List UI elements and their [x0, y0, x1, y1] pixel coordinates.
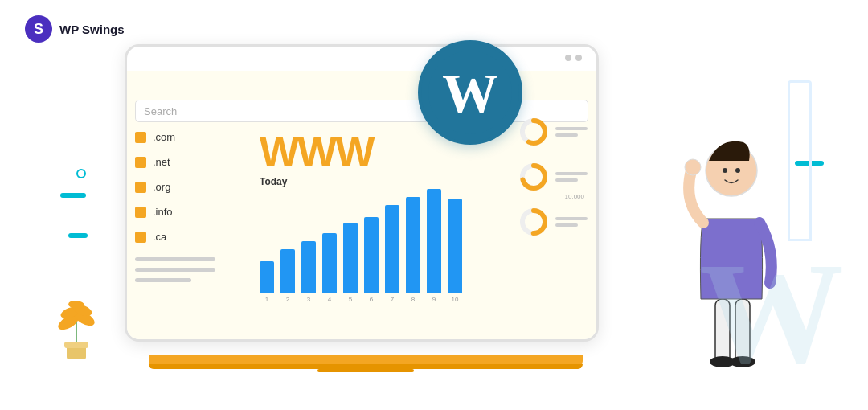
- donut-lines-1: [555, 127, 588, 137]
- svg-point-24: [723, 168, 727, 173]
- domain-icon-com: [135, 132, 146, 143]
- domain-item-org: .org: [135, 181, 252, 193]
- svg-point-25: [735, 168, 740, 173]
- dot-2: [575, 55, 582, 61]
- bar-3: 3: [301, 241, 316, 303]
- donut-3: [518, 207, 549, 237]
- bar-rect-9: [427, 189, 441, 293]
- dot-1: [565, 55, 571, 61]
- line-3: [135, 278, 191, 282]
- donut-charts: [518, 117, 588, 237]
- donut-row-1: [518, 117, 588, 147]
- domain-label-org: .org: [153, 181, 170, 193]
- bar-num-6: 6: [370, 296, 373, 303]
- donut-line-2b: [555, 178, 578, 182]
- donut-lines-2: [555, 172, 588, 182]
- domain-icon-ca: [135, 232, 146, 243]
- line-1: [135, 257, 215, 261]
- bar-num-1: 1: [265, 296, 268, 303]
- domain-label-com: .com: [153, 131, 175, 143]
- bar-num-2: 2: [286, 296, 289, 303]
- bar-num-10: 10: [452, 296, 459, 303]
- donut-line-1a: [555, 127, 588, 130]
- bar-num-8: 8: [411, 296, 415, 303]
- wp-logo-svg: W: [426, 48, 514, 137]
- laptop: Search .com .net .org .info: [125, 44, 607, 382]
- bar-1: 1: [260, 261, 274, 303]
- bar-rect-5: [343, 223, 358, 293]
- donut-line-2a: [555, 172, 588, 175]
- bar-num-3: 3: [307, 296, 310, 303]
- donut-lines-3: [555, 217, 588, 227]
- wp-watermark: W: [699, 241, 844, 386]
- donut-line-3b: [555, 223, 578, 227]
- bar-rect-6: [364, 217, 379, 293]
- svg-text:W: W: [442, 63, 498, 125]
- svg-rect-3: [64, 342, 88, 348]
- bar-9: 9: [427, 189, 441, 303]
- bar-num-5: 5: [349, 296, 352, 303]
- header: S WP Swings: [24, 14, 125, 43]
- bar-5: 5: [343, 223, 358, 303]
- bar-num-7: 7: [391, 296, 394, 303]
- bar-rect-4: [322, 233, 337, 293]
- domain-item-com: .com: [135, 131, 252, 143]
- bar-4: 4: [322, 233, 337, 303]
- search-placeholder: Search: [144, 105, 177, 117]
- domain-extra-lines: [135, 257, 252, 282]
- donut-1: [518, 117, 549, 147]
- svg-text:S: S: [34, 21, 43, 37]
- bar-rect-8: [406, 197, 420, 293]
- domain-icon-net: [135, 157, 146, 168]
- bar-rect-2: [280, 249, 295, 293]
- domain-label-info: .info: [153, 206, 173, 218]
- bar-6: 6: [364, 217, 379, 303]
- logo-text: WP Swings: [59, 23, 125, 36]
- door-decoration: [788, 80, 812, 241]
- bar-2: 2: [280, 249, 295, 303]
- domain-icon-info: [135, 207, 146, 218]
- plant-decoration: [52, 282, 100, 366]
- wordpress-logo: W: [418, 40, 522, 145]
- bar-num-4: 4: [328, 296, 331, 303]
- donut-row-3: [518, 207, 588, 237]
- bar-8: 8: [406, 197, 420, 303]
- donut-line-1b: [555, 133, 578, 137]
- bar-rect-1: [260, 261, 274, 293]
- domain-label-ca: .ca: [153, 231, 166, 243]
- bar-rect-3: [301, 241, 316, 293]
- donut-2: [518, 162, 549, 192]
- wp-swings-logo-icon: S: [24, 14, 53, 43]
- domain-label-net: .net: [153, 156, 170, 168]
- laptop-base: [149, 355, 583, 369]
- line-2: [135, 268, 215, 272]
- bar-num-9: 9: [432, 296, 436, 303]
- domain-item-net: .net: [135, 156, 252, 168]
- bar-10: 10: [448, 199, 462, 303]
- bar-rect-10: [448, 199, 462, 293]
- domain-item-info: .info: [135, 206, 252, 218]
- domain-panel: .com .net .org .info .ca: [135, 131, 252, 331]
- deco-dash-2: [68, 233, 88, 238]
- svg-point-22: [685, 159, 701, 175]
- screen-dots: [565, 55, 582, 61]
- donut-line-3a: [555, 217, 588, 220]
- deco-dot-1: [76, 169, 86, 178]
- deco-dash-1: [60, 193, 86, 198]
- donut-row-2: [518, 162, 588, 192]
- bar-7: 7: [385, 205, 399, 303]
- bar-rect-7: [385, 205, 399, 293]
- laptop-notch: [317, 369, 414, 372]
- domain-item-ca: .ca: [135, 231, 252, 243]
- domain-icon-org: [135, 182, 146, 193]
